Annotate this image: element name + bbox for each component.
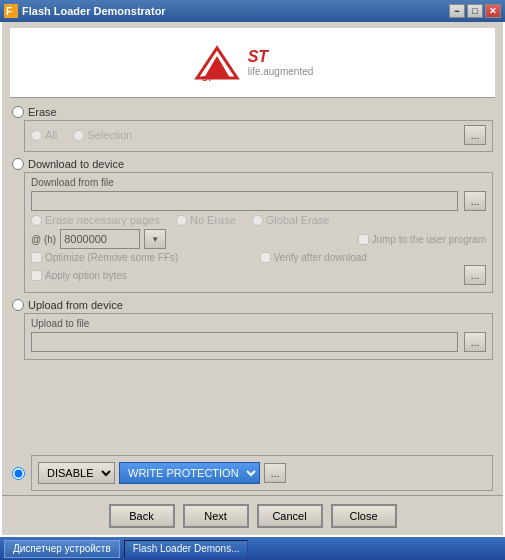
optimize-checkbox[interactable] bbox=[31, 252, 42, 263]
protect-radio-label[interactable] bbox=[12, 467, 25, 480]
global-erase-radio[interactable] bbox=[252, 215, 263, 226]
upload-browse-button[interactable]: ... bbox=[464, 332, 486, 352]
sti-emblem-icon: ST bbox=[192, 43, 242, 83]
erase-all-radio[interactable] bbox=[31, 130, 42, 141]
address-row: @ (h) ▼ Jump to the user program bbox=[31, 229, 486, 249]
download-file-row: ... bbox=[31, 191, 486, 211]
no-erase-option[interactable]: No Erase bbox=[176, 214, 236, 226]
svg-text:ST: ST bbox=[202, 74, 212, 83]
download-radio-label[interactable]: Download to device bbox=[12, 158, 493, 170]
erase-sub-box: All Selection ... bbox=[24, 120, 493, 152]
address-dropdown[interactable]: ▼ bbox=[144, 229, 166, 249]
erase-selection-option[interactable]: Selection bbox=[73, 129, 132, 141]
download-radio[interactable] bbox=[12, 158, 24, 170]
taskbar: Диспетчер устройств Flash Loader Demons.… bbox=[0, 537, 505, 560]
download-options-grid: Optimize (Remove some FFs) Verify after … bbox=[31, 252, 486, 263]
maximize-button[interactable]: □ bbox=[467, 4, 483, 18]
erase-options-download-row: Erase necessary pages No Erase Global Er… bbox=[31, 214, 486, 226]
close-button[interactable]: Close bbox=[331, 504, 397, 528]
verify-checkbox[interactable] bbox=[260, 252, 271, 263]
addr-label: @ (h) bbox=[31, 234, 56, 245]
logo-area: ST ST life.augmented bbox=[10, 28, 495, 98]
protect-browse-button[interactable]: ... bbox=[264, 463, 286, 483]
title-buttons: − □ ✕ bbox=[449, 4, 501, 18]
erase-radio[interactable] bbox=[12, 106, 24, 118]
optimize-option[interactable]: Optimize (Remove some FFs) bbox=[31, 252, 258, 263]
title-bar: F Flash Loader Demonstrator − □ ✕ bbox=[0, 0, 505, 22]
download-file-input[interactable] bbox=[31, 191, 458, 211]
protect-box: DISABLE WRITE PROTECTION ... bbox=[31, 455, 493, 491]
no-erase-radio[interactable] bbox=[176, 215, 187, 226]
verify-option[interactable]: Verify after download bbox=[260, 252, 487, 263]
download-from-file-label: Download from file bbox=[31, 177, 486, 188]
window-close-button[interactable]: ✕ bbox=[485, 4, 501, 18]
cancel-button[interactable]: Cancel bbox=[257, 504, 323, 528]
apply-option-bytes-checkbox[interactable] bbox=[31, 270, 42, 281]
next-button[interactable]: Next bbox=[183, 504, 249, 528]
app-icon: F bbox=[4, 4, 18, 18]
erase-selection-radio[interactable] bbox=[73, 130, 84, 141]
write-protection-dropdown[interactable]: WRITE PROTECTION bbox=[119, 462, 260, 484]
taskbar-item-flash-loader[interactable]: Flash Loader Demons... bbox=[124, 540, 249, 558]
title-bar-left: F Flash Loader Demonstrator bbox=[4, 4, 166, 18]
disable-dropdown[interactable]: DISABLE bbox=[38, 462, 115, 484]
apply-option-row: Apply option bytes ... bbox=[31, 265, 486, 285]
upload-radio[interactable] bbox=[12, 299, 24, 311]
upload-radio-label[interactable]: Upload from device bbox=[12, 299, 493, 311]
apply-browse-button[interactable]: ... bbox=[464, 265, 486, 285]
back-button[interactable]: Back bbox=[109, 504, 175, 528]
jump-to-program-checkbox[interactable] bbox=[358, 234, 369, 245]
upload-section: Upload from device Upload to file ... bbox=[12, 299, 493, 360]
erase-necessary-option[interactable]: Erase necessary pages bbox=[31, 214, 160, 226]
address-input[interactable] bbox=[60, 229, 140, 249]
erase-necessary-radio[interactable] bbox=[31, 215, 42, 226]
download-sub-box: Download from file ... Erase necessary p… bbox=[24, 172, 493, 293]
apply-option-bytes-label[interactable]: Apply option bytes bbox=[31, 270, 127, 281]
svg-text:F: F bbox=[6, 6, 12, 17]
window-title: Flash Loader Demonstrator bbox=[22, 5, 166, 17]
erase-section: Erase All Selection ... bbox=[12, 106, 493, 152]
erase-browse-button[interactable]: ... bbox=[464, 125, 486, 145]
erase-options-row: All Selection ... bbox=[31, 125, 486, 145]
sti-logo: ST ST life.augmented bbox=[192, 43, 314, 83]
global-erase-option[interactable]: Global Erase bbox=[252, 214, 330, 226]
download-browse-button[interactable]: ... bbox=[464, 191, 486, 211]
upload-file-input[interactable] bbox=[31, 332, 458, 352]
protect-radio[interactable] bbox=[12, 467, 25, 480]
upload-sub-box: Upload to file ... bbox=[24, 313, 493, 360]
main-window: ST ST life.augmented Erase All bbox=[0, 22, 505, 537]
brand-text: ST life.augmented bbox=[248, 48, 314, 77]
jump-to-program-option[interactable]: Jump to the user program bbox=[358, 234, 487, 245]
erase-radio-label[interactable]: Erase bbox=[12, 106, 493, 118]
minimize-button[interactable]: − bbox=[449, 4, 465, 18]
protect-row: DISABLE WRITE PROTECTION ... bbox=[38, 462, 486, 484]
taskbar-item-device-manager[interactable]: Диспетчер устройств bbox=[4, 540, 120, 558]
upload-file-row: ... bbox=[31, 332, 486, 352]
content-area: Erase All Selection ... bbox=[2, 102, 503, 451]
bottom-bar: Back Next Cancel Close bbox=[2, 495, 503, 535]
erase-all-option[interactable]: All bbox=[31, 129, 57, 141]
protect-section: DISABLE WRITE PROTECTION ... bbox=[12, 455, 493, 491]
upload-to-file-label: Upload to file bbox=[31, 318, 486, 329]
download-section: Download to device Download from file ..… bbox=[12, 158, 493, 293]
